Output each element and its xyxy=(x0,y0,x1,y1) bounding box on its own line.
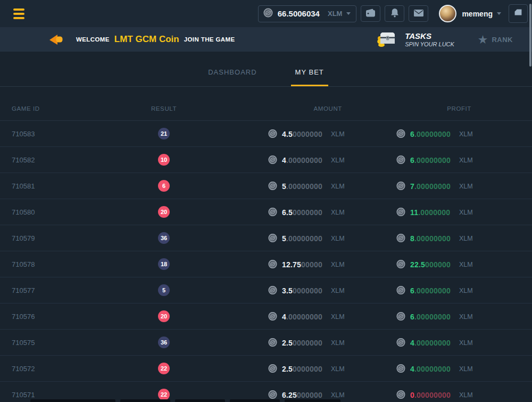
result-badge: 18 xyxy=(158,258,170,270)
game-id: 710578 xyxy=(12,260,35,268)
result-badge: 20 xyxy=(158,206,170,218)
table-row[interactable]: 710572 22 2.50000000 XLM xyxy=(0,356,532,382)
clipped-element xyxy=(30,399,115,402)
profit-value: 22.5000000 xyxy=(410,260,451,268)
amount-cell: 12.7500000 XLM xyxy=(268,260,356,269)
currency-label: XLM xyxy=(459,208,473,216)
stellar-coin-icon xyxy=(268,338,277,347)
profit-value: 6.00000000 xyxy=(410,155,451,164)
result-cell: 22 xyxy=(158,363,170,374)
table-row[interactable]: 710577 5 3.50000000 XLM xyxy=(0,277,532,303)
tasks-widget[interactable]: TASKS SPIN YOUR LUCK xyxy=(376,29,454,50)
table-row[interactable]: 710575 36 2.50000000 XLM xyxy=(0,330,532,356)
rank-widget[interactable]: ★ RANK xyxy=(478,35,513,45)
result-cell: 18 xyxy=(158,258,170,270)
clipped-element xyxy=(175,399,225,402)
currency-label: XLM xyxy=(331,313,345,320)
result-cell: 20 xyxy=(158,310,170,322)
amount-value: 5.00000000 xyxy=(282,234,322,242)
rank-label: RANK xyxy=(492,36,513,44)
chat-toggle-button[interactable] xyxy=(509,4,528,23)
currency-label: XLM xyxy=(331,130,345,137)
result-cell: 36 xyxy=(158,232,170,244)
clipped-element xyxy=(120,399,170,402)
topbar-right: 66.5006034 XLM xyxy=(258,4,528,23)
table-row[interactable]: 710581 6 5.00000000 XLM xyxy=(0,173,532,199)
amount-value: 5.00000000 xyxy=(282,182,322,190)
stellar-coin-icon xyxy=(396,338,405,347)
chevron-down-icon[interactable] xyxy=(346,12,351,15)
profit-value: 6.00000000 xyxy=(410,286,451,294)
amount-value: 4.50000000 xyxy=(282,129,322,138)
table-row[interactable]: 710578 18 12.7500000 XLM xyxy=(0,251,532,277)
messages-button[interactable] xyxy=(409,5,428,22)
game-id: 710572 xyxy=(12,365,35,373)
profit-value: 6.00000000 xyxy=(410,129,451,138)
currency-label: XLM xyxy=(459,286,473,294)
result-cell: 6 xyxy=(158,180,170,192)
announcement-message: WELCOME LMT GCM Coin JOIN THE GAME xyxy=(49,33,235,46)
stellar-coin-icon xyxy=(396,129,405,138)
currency-label: XLM xyxy=(331,339,345,346)
currency-label: XLM xyxy=(459,260,473,268)
amount-cell: 2.50000000 XLM xyxy=(268,338,356,347)
tab-my-bet[interactable]: MY BET xyxy=(291,52,328,86)
bets-table: GAME ID RESULT AMOUNT PROFIT 710583 21 4… xyxy=(0,87,532,402)
topbar: 66.5006034 XLM xyxy=(0,0,532,27)
scrollbar[interactable] xyxy=(529,4,531,67)
treasure-chest-icon xyxy=(376,29,398,50)
stellar-coin-icon xyxy=(396,286,405,295)
stellar-coin-icon xyxy=(396,234,405,243)
stellar-coin-icon xyxy=(268,312,277,321)
game-id: 710580 xyxy=(12,208,35,216)
balance-widget[interactable]: 66.5006034 XLM xyxy=(258,5,357,22)
wallet-button[interactable] xyxy=(361,5,380,22)
tab-dashboard[interactable]: DASHBOARD xyxy=(204,52,261,86)
amount-cell: 4.00000000 XLM xyxy=(268,155,356,165)
currency-label: XLM xyxy=(331,156,345,163)
stellar-coin-icon xyxy=(268,390,277,399)
amount-cell: 2.50000000 XLM xyxy=(268,364,356,373)
user-menu[interactable]: memeng xyxy=(439,5,501,22)
announcement-actions: TASKS SPIN YOUR LUCK ★ RANK xyxy=(376,29,513,50)
clipped-element xyxy=(230,399,280,402)
amount-value: 4.00000000 xyxy=(282,312,322,321)
stellar-coin-icon xyxy=(268,364,277,373)
game-id: 710579 xyxy=(12,234,35,242)
stellar-coin-icon xyxy=(396,182,405,191)
table-body: 710583 21 4.50000000 XLM xyxy=(0,121,532,402)
result-cell: 10 xyxy=(158,154,170,166)
balance-currency: XLM xyxy=(328,10,342,18)
result-badge: 36 xyxy=(158,337,170,348)
clipped-element xyxy=(285,399,340,402)
hamburger-menu-button[interactable] xyxy=(13,9,24,19)
profit-value: 11.0000000 xyxy=(410,208,450,216)
profit-cell: 4.00000000 XLM xyxy=(396,364,484,373)
amount-value: 12.7500000 xyxy=(282,260,322,268)
profit-cell: 4.00000000 XLM xyxy=(396,338,484,347)
table-row[interactable]: 710576 20 4.00000000 XLM xyxy=(0,303,532,330)
table-row[interactable]: 710582 10 4.00000000 XLM xyxy=(0,147,532,173)
stellar-coin-icon xyxy=(396,390,405,399)
tasks-title: TASKS xyxy=(405,31,454,40)
stellar-coin-icon xyxy=(396,364,405,373)
currency-label: XLM xyxy=(331,208,345,216)
table-row[interactable]: 710580 20 6.50000000 XLM xyxy=(0,199,532,225)
table-row[interactable]: 710579 36 5.00000000 XLM xyxy=(0,225,532,251)
currency-label: XLM xyxy=(459,365,473,372)
result-badge: 21 xyxy=(158,128,170,140)
tabs: DASHBOARD MY BET xyxy=(0,52,532,87)
star-icon: ★ xyxy=(478,35,488,45)
game-id: 710576 xyxy=(12,313,35,321)
result-cell: 21 xyxy=(158,128,170,140)
amount-cell: 6.50000000 XLM xyxy=(268,208,356,217)
profit-value: 4.00000000 xyxy=(410,338,451,347)
envelope-icon xyxy=(414,10,423,18)
currency-label: XLM xyxy=(459,182,473,190)
welcome-suffix: JOIN THE GAME xyxy=(184,36,235,43)
stellar-coin-icon xyxy=(263,8,273,20)
notifications-button[interactable] xyxy=(385,5,404,22)
table-row[interactable]: 710583 21 4.50000000 XLM xyxy=(0,121,532,147)
stellar-coin-icon xyxy=(268,208,277,217)
profit-value: 4.00000000 xyxy=(410,364,451,373)
